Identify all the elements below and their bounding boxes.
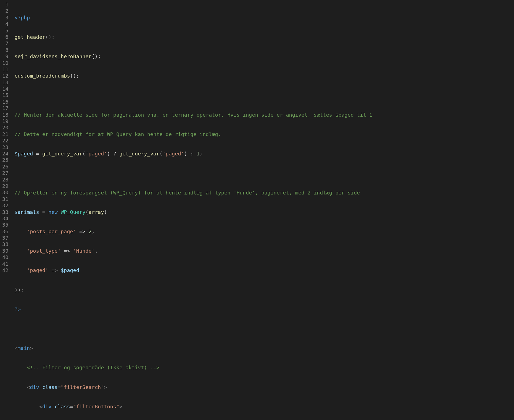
- code-line[interactable]: [14, 326, 514, 332]
- line-number[interactable]: 19: [2, 118, 8, 124]
- line-number[interactable]: 12: [2, 73, 8, 79]
- code-line[interactable]: custom_breadcrumbs();: [14, 73, 514, 79]
- code-line[interactable]: 'posts_per_page' => 2,: [14, 228, 514, 235]
- code-line[interactable]: [14, 170, 514, 176]
- line-number[interactable]: 4: [2, 21, 8, 27]
- code-line[interactable]: // Dette er nødvendigt for at WP_Query k…: [14, 131, 514, 137]
- line-number[interactable]: 35: [2, 222, 8, 228]
- line-number[interactable]: 16: [2, 99, 8, 105]
- line-number[interactable]: 39: [2, 248, 8, 254]
- line-number[interactable]: 17: [2, 105, 8, 111]
- line-number[interactable]: 29: [2, 183, 8, 189]
- line-number[interactable]: 31: [2, 196, 8, 202]
- code-line[interactable]: <!-- Filter og søgeområde (Ikke aktivt) …: [14, 364, 514, 371]
- line-number[interactable]: 9: [2, 53, 8, 60]
- code-line[interactable]: ?>: [14, 306, 514, 313]
- code-line[interactable]: <div class="filterSearch">: [14, 384, 514, 390]
- line-number[interactable]: 22: [2, 137, 8, 144]
- line-number[interactable]: 41: [2, 261, 8, 267]
- code-area[interactable]: <?php get_header(); sejr_davidsens_heroB…: [14, 0, 514, 420]
- line-number[interactable]: 1: [2, 1, 8, 8]
- line-number[interactable]: 32: [2, 202, 8, 209]
- line-number[interactable]: 40: [2, 254, 8, 260]
- line-number[interactable]: 27: [2, 170, 8, 176]
- line-number[interactable]: 23: [2, 144, 8, 150]
- code-line[interactable]: // Henter den aktuelle side for paginati…: [14, 112, 514, 118]
- line-number[interactable]: 38: [2, 241, 8, 247]
- line-number[interactable]: 2: [2, 8, 8, 14]
- code-line[interactable]: ));: [14, 287, 514, 293]
- line-number[interactable]: 33: [2, 209, 8, 215]
- line-number[interactable]: 13: [2, 79, 8, 86]
- line-number[interactable]: 3: [2, 14, 8, 21]
- line-number[interactable]: 11: [2, 66, 8, 73]
- line-number[interactable]: 5: [2, 27, 8, 34]
- code-line[interactable]: $paged = get_query_var('paged') ? get_qu…: [14, 150, 514, 157]
- line-number[interactable]: 21: [2, 131, 8, 137]
- line-number[interactable]: 14: [2, 86, 8, 92]
- code-line[interactable]: 'paged' => $paged: [14, 267, 514, 273]
- code-line[interactable]: 'post_type' => 'Hunde',: [14, 248, 514, 254]
- line-number[interactable]: 20: [2, 124, 8, 131]
- code-line[interactable]: <?php: [14, 14, 514, 21]
- code-line[interactable]: [14, 92, 514, 99]
- code-line[interactable]: <div class="filterButtons">: [14, 403, 514, 410]
- line-number[interactable]: 42: [2, 267, 8, 273]
- line-number-gutter: 1 2 3 4 5 6 7 8 9 10 11 12 13 14 15 16 1…: [0, 0, 14, 420]
- code-line[interactable]: sejr_davidsens_heroBanner();: [14, 53, 514, 60]
- line-number[interactable]: 18: [2, 112, 8, 118]
- code-line[interactable]: <main>: [14, 345, 514, 351]
- line-number[interactable]: 7: [2, 40, 8, 47]
- line-number[interactable]: 8: [2, 47, 8, 53]
- line-number[interactable]: 6: [2, 34, 8, 40]
- code-line[interactable]: $animals = new WP_Query(array(: [14, 209, 514, 215]
- code-line[interactable]: // Opretter en ny forespørgsel (WP_Query…: [14, 189, 514, 196]
- code-editor: 1 2 3 4 5 6 7 8 9 10 11 12 13 14 15 16 1…: [0, 0, 514, 420]
- line-number[interactable]: 34: [2, 215, 8, 222]
- code-line[interactable]: get_header();: [14, 34, 514, 40]
- line-number[interactable]: 30: [2, 189, 8, 196]
- line-number[interactable]: 37: [2, 235, 8, 241]
- line-number[interactable]: 36: [2, 228, 8, 235]
- line-number[interactable]: 10: [2, 60, 8, 66]
- line-number[interactable]: 25: [2, 157, 8, 163]
- line-number[interactable]: 28: [2, 176, 8, 183]
- line-number[interactable]: 24: [2, 150, 8, 157]
- line-number[interactable]: 15: [2, 92, 8, 98]
- line-number[interactable]: 26: [2, 163, 8, 170]
